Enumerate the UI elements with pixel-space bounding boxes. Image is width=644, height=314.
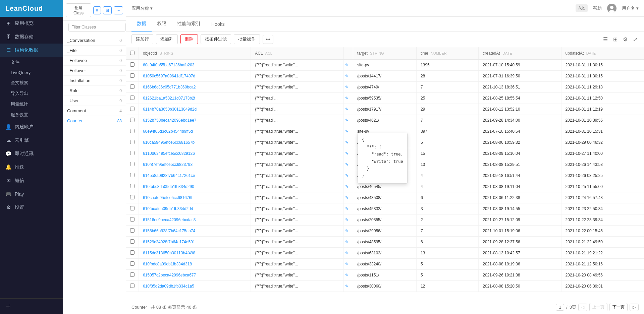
row-checkbox[interactable] — [130, 162, 135, 166]
row-checkbox[interactable] — [130, 195, 135, 199]
row-acl-edit-btn[interactable]: ✎ — [344, 93, 353, 104]
class-item-role[interactable]: _Role 0 — [63, 86, 126, 96]
row-checkbox-cell[interactable] — [126, 170, 139, 181]
sidebar-item-overview[interactable]: ⊞ 应用概览 — [0, 17, 63, 30]
row-acl-edit-btn[interactable]: ✎ — [344, 203, 353, 214]
row-objectid[interactable]: 6115dc313650b30113b4f498 — [139, 248, 251, 259]
lang-switch[interactable]: A文 — [576, 4, 588, 12]
row-checkbox[interactable] — [130, 228, 135, 233]
row-acl-edit-btn[interactable]: ✎ — [344, 226, 353, 237]
row-checkbox-cell[interactable] — [126, 115, 139, 126]
row-checkbox[interactable] — [130, 73, 135, 78]
row-checkbox[interactable] — [130, 250, 135, 255]
row-checkbox-cell[interactable] — [126, 214, 139, 226]
sidebar-sub-livequery[interactable]: LiveQuery — [0, 68, 63, 77]
row-objectid[interactable]: 61050c5697a09641df17407d — [139, 71, 251, 82]
row-checkbox[interactable] — [130, 129, 135, 133]
row-checkbox[interactable] — [130, 284, 135, 288]
row-objectid[interactable]: 610fbbc8da09db1fb334d290 — [139, 181, 251, 192]
sidebar-sub-servicesettings[interactable]: 服务设置 — [0, 110, 63, 120]
bulk-button[interactable]: 批量操作 — [234, 34, 260, 44]
row-checkbox-cell[interactable] — [126, 270, 139, 281]
user-avatar[interactable] — [607, 4, 616, 13]
row-checkbox-cell[interactable] — [126, 237, 139, 248]
row-checkbox-cell[interactable] — [126, 281, 139, 292]
sidebar-item-structured[interactable]: ☰ 结构化数据 — [0, 44, 63, 57]
filter-classes-input[interactable] — [68, 23, 126, 32]
row-checkbox-cell[interactable] — [126, 259, 139, 270]
sidebar-item-sms[interactable]: ✉ 短信 — [0, 174, 63, 187]
sidebar-item-storage[interactable]: 🗄 数据存储 — [0, 30, 63, 44]
row-objectid[interactable]: 6156b66a928f7b64c175aa74 — [139, 226, 251, 237]
class-item-follower[interactable]: _Follower 0 — [63, 66, 126, 76]
add-col-button[interactable]: 添加列 — [156, 34, 178, 44]
class-item-counter[interactable]: Counter 88 — [63, 116, 126, 126]
row-checkbox-cell[interactable] — [126, 203, 139, 214]
sidebar-sub-fulltext[interactable]: 全文搜索 — [0, 77, 63, 88]
row-checkbox[interactable] — [130, 261, 135, 266]
row-checkbox[interactable] — [130, 107, 135, 111]
row-acl-edit-btn[interactable]: ✎ — [344, 60, 353, 71]
row-objectid[interactable]: 612621ba1a53211c07173b2f — [139, 93, 251, 104]
row-objectid[interactable]: 6145a8a0928f7b64c17261ce — [139, 170, 251, 181]
next-page-label-btn[interactable]: 下一页 — [609, 303, 628, 311]
row-checkbox-cell[interactable] — [126, 226, 139, 237]
sidebar-sub-usagestats[interactable]: 用量统计 — [0, 99, 63, 110]
class-item-comment[interactable]: Comment 4 — [63, 106, 126, 116]
row-objectid[interactable]: 610f87ef95efce5cc6823793 — [139, 159, 251, 170]
sidebar-collapse-btn[interactable]: ⊣ — [0, 298, 63, 314]
row-checkbox-cell[interactable] — [126, 248, 139, 259]
sort-icon-btn[interactable]: ≡ — [93, 6, 101, 14]
row-objectid[interactable]: 60e94f06d3c62b4544b9ff5d — [139, 126, 251, 137]
select-all-checkbox[interactable] — [130, 51, 135, 55]
row-checkbox[interactable] — [130, 151, 135, 155]
row-acl-edit-btn[interactable]: ✎ — [344, 181, 353, 192]
row-checkbox[interactable] — [130, 140, 135, 144]
row-objectid[interactable]: 6114b70a3650b30113849d2d — [139, 104, 251, 115]
row-acl-edit-btn[interactable]: ✎ — [344, 82, 353, 93]
settings-table-icon[interactable]: ⚙ — [622, 35, 629, 44]
row-acl-edit-btn[interactable]: ✎ — [344, 137, 353, 148]
prev-page-btn[interactable]: ◁ — [578, 304, 587, 311]
row-checkbox-cell[interactable] — [126, 126, 139, 137]
row-checkbox[interactable] — [130, 84, 135, 89]
row-checkbox[interactable] — [130, 239, 135, 244]
add-row-button[interactable]: 添加行 — [131, 34, 153, 44]
class-item-installation[interactable]: _Installation 0 — [63, 76, 126, 86]
row-objectid[interactable]: 60e94f0b55ba67136bafb203 — [139, 60, 251, 71]
row-checkbox[interactable] — [130, 272, 135, 277]
row-checkbox-cell[interactable] — [126, 104, 139, 115]
row-acl-edit-btn[interactable]: ✎ — [344, 248, 353, 259]
row-checkbox[interactable] — [130, 184, 135, 188]
row-acl-edit-btn[interactable]: ✎ — [344, 115, 353, 126]
row-acl-edit-btn[interactable]: ✎ — [344, 126, 353, 137]
column-config-icon[interactable]: ⊞ — [612, 35, 619, 44]
row-checkbox[interactable] — [130, 206, 135, 210]
delete-button[interactable]: 删除 — [180, 34, 198, 44]
row-objectid[interactable]: 610fbcafda09db1fb334d2d4 — [139, 203, 251, 214]
sidebar-item-im[interactable]: 💬 即时通讯 — [0, 147, 63, 161]
row-acl-edit-btn[interactable]: ✎ — [344, 281, 353, 292]
fullscreen-icon[interactable]: ⤢ — [632, 35, 639, 44]
sidebar-sub-importexport[interactable]: 导入导出 — [0, 88, 63, 99]
table-view-icon[interactable]: ☰ — [602, 35, 609, 44]
row-acl-edit-btn[interactable]: ✎ — [344, 270, 353, 281]
app-selector[interactable]: 应用名称 ▾ — [131, 5, 153, 11]
filter-button[interactable]: 按条件过滤 — [201, 34, 231, 44]
row-objectid[interactable]: 610f85d2da09db1fb334c1a5 — [139, 281, 251, 292]
select-all-header[interactable] — [126, 47, 139, 60]
sidebar-item-cloudengine[interactable]: ☁ 云引擎 — [0, 134, 63, 147]
row-objectid[interactable]: 6152b758beca42096ebd1ee7 — [139, 115, 251, 126]
user-name[interactable]: 用户名 ▾ — [622, 5, 639, 11]
tab-acl[interactable]: 权限 — [152, 17, 172, 32]
sidebar-item-play[interactable]: 🎮 Play — [0, 187, 63, 201]
row-acl-edit-btn[interactable]: ✎ — [344, 259, 353, 270]
row-checkbox-cell[interactable] — [126, 71, 139, 82]
row-objectid[interactable]: 6110d63495efce5cc6829126 — [139, 148, 251, 159]
row-checkbox-cell[interactable] — [126, 93, 139, 104]
class-item-user[interactable]: _User 0 — [63, 96, 126, 106]
row-objectid[interactable]: 6166b6c36c05c771b360bca2 — [139, 82, 251, 93]
sidebar-item-accounts[interactable]: 👤 内建账户 — [0, 120, 63, 134]
tab-index[interactable]: 性能与索引 — [172, 17, 206, 32]
sidebar-sub-files[interactable]: 文件 — [0, 57, 63, 68]
